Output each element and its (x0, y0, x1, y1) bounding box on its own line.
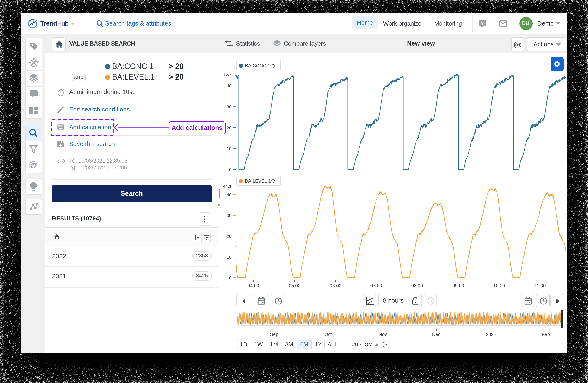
svg-text:Sep: Sep (270, 332, 278, 337)
svg-text:40: 40 (227, 83, 231, 88)
svg-text:Oct: Oct (324, 332, 332, 337)
svg-text:04:00: 04:00 (247, 283, 259, 288)
svg-text:40: 40 (227, 192, 231, 197)
svg-text:0: 0 (229, 275, 231, 280)
svg-text:20: 20 (227, 234, 231, 239)
svg-text:20: 20 (227, 125, 231, 130)
svg-text:Feb: Feb (542, 332, 550, 337)
svg-text:44.1: 44.1 (223, 184, 231, 189)
svg-text:07:00: 07:00 (370, 283, 382, 288)
svg-text:08:00: 08:00 (411, 283, 423, 288)
svg-text:2022: 2022 (486, 332, 496, 337)
svg-text:?: ? (481, 20, 483, 26)
svg-text:Dec: Dec (432, 332, 440, 337)
svg-text:05:00: 05:00 (289, 283, 300, 288)
svg-text:10: 10 (227, 254, 231, 259)
svg-text:30: 30 (227, 104, 231, 109)
svg-text:45.7: 45.7 (223, 72, 231, 77)
svg-text:10:00: 10:00 (493, 283, 505, 288)
svg-text:06:00: 06:00 (329, 283, 341, 288)
svg-text:30: 30 (227, 213, 231, 218)
svg-text:0: 0 (229, 167, 231, 172)
svg-text:11:00: 11:00 (534, 283, 546, 288)
svg-text:Nov: Nov (378, 332, 387, 337)
svg-text:09:00: 09:00 (452, 283, 464, 288)
svg-text:10: 10 (227, 146, 231, 151)
